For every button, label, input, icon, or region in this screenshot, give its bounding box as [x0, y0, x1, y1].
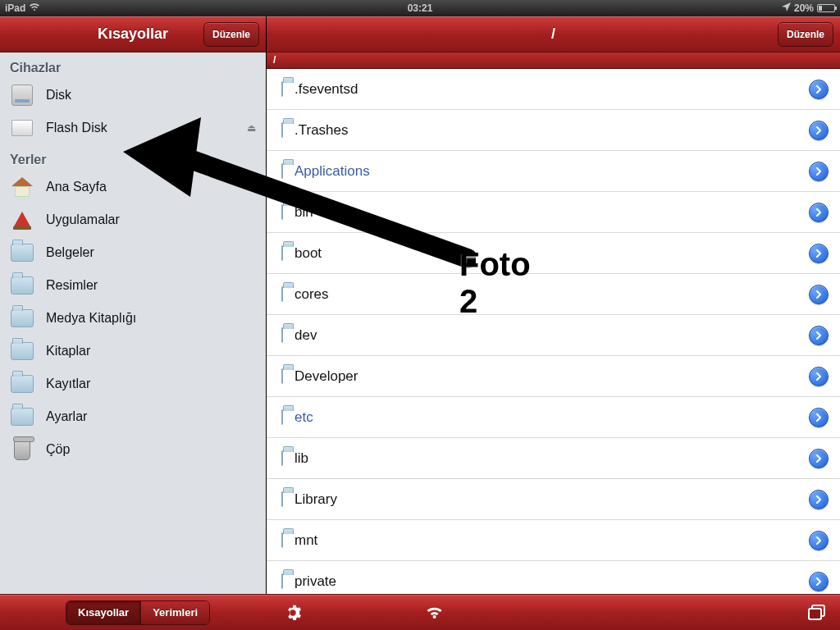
- sidebar-item-pictures[interactable]: Resimler: [0, 269, 266, 302]
- section-places: Yerler: [0, 144, 266, 171]
- file-row[interactable]: cores: [267, 274, 840, 315]
- sidebar-item-media[interactable]: Medya Kitaplığı: [0, 302, 266, 335]
- battery-percent: 20%: [794, 2, 814, 14]
- disclosure-icon[interactable]: [809, 408, 829, 427]
- file-name: Library: [294, 491, 337, 508]
- folder-icon: [281, 574, 283, 589]
- sidebar-item-disk[interactable]: Disk: [0, 79, 266, 112]
- disclosure-icon[interactable]: [809, 572, 829, 591]
- bottom-toolbar: Kısayollar Yerimleri: [0, 594, 840, 630]
- section-devices: Cihazlar: [0, 52, 266, 79]
- sidebar-item-trash[interactable]: Çöp: [0, 433, 266, 466]
- segmented-control: Kısayollar Yerimleri: [66, 600, 210, 625]
- wifi-toolbar-icon[interactable]: [417, 595, 453, 631]
- folder-icon: [281, 328, 283, 343]
- sidebar-item-label: Çöp: [46, 442, 70, 457]
- trash-icon: [10, 437, 34, 462]
- file-row[interactable]: bin: [267, 192, 840, 233]
- sidebar-item-settings[interactable]: Ayarlar: [0, 400, 266, 433]
- disclosure-icon[interactable]: [809, 490, 829, 509]
- hd-icon: [10, 83, 34, 107]
- location-icon: [782, 2, 791, 14]
- sidebar-item-label: Ana Sayfa: [46, 180, 107, 194]
- sidebar-item-label: Kayıtlar: [46, 377, 90, 391]
- main-navbar: / Düzenle: [267, 16, 840, 52]
- main-title: /: [551, 25, 555, 43]
- flash-disk-icon: [10, 116, 34, 140]
- apps-icon: [10, 208, 34, 232]
- folder-icon: [281, 246, 283, 261]
- file-row[interactable]: .Trashes: [267, 110, 840, 151]
- disclosure-icon[interactable]: [809, 162, 829, 181]
- path-bar[interactable]: /: [267, 52, 840, 69]
- file-row[interactable]: lib: [267, 438, 840, 479]
- sidebar: Kısayollar Düzenle Cihazlar Disk Flash D…: [0, 16, 267, 630]
- folder-icon: [10, 306, 34, 331]
- file-name: Applications: [294, 163, 370, 180]
- settings-gear-icon[interactable]: [275, 595, 311, 631]
- file-row[interactable]: Library: [267, 479, 840, 520]
- sidebar-item-label: Ayarlar: [46, 409, 87, 424]
- sidebar-item-recordings[interactable]: Kayıtlar: [0, 368, 266, 400]
- main-pane: / Düzenle / .fseventsd.TrashesApplicatio…: [267, 16, 840, 630]
- file-row[interactable]: Applications: [267, 151, 840, 192]
- disclosure-icon[interactable]: [809, 531, 829, 550]
- folder-icon: [281, 451, 283, 466]
- tab-shortcuts[interactable]: Kısayollar: [66, 601, 140, 624]
- disclosure-icon[interactable]: [809, 285, 829, 304]
- disclosure-icon[interactable]: [809, 367, 829, 386]
- sidebar-item-label: Uygulamalar: [46, 212, 120, 227]
- file-name: boot: [294, 245, 322, 262]
- sidebar-item-books[interactable]: Kitaplar: [0, 335, 266, 368]
- sidebar-edit-button[interactable]: Düzenle: [203, 22, 259, 47]
- file-row[interactable]: etc: [267, 397, 840, 438]
- wifi-icon: [29, 2, 40, 14]
- sidebar-item-label: Belgeler: [46, 245, 94, 260]
- file-name: etc: [294, 409, 313, 426]
- disclosure-icon[interactable]: [809, 449, 829, 468]
- sidebar-item-label: Flash Disk: [46, 121, 107, 135]
- disclosure-icon[interactable]: [809, 326, 829, 345]
- file-name: private: [294, 573, 336, 590]
- battery-icon: [817, 4, 835, 12]
- sidebar-item-home[interactable]: Ana Sayfa: [0, 171, 266, 203]
- clock: 03:21: [0, 2, 840, 14]
- file-name: .Trashes: [294, 122, 349, 139]
- file-name: cores: [294, 286, 329, 303]
- folder-icon: [281, 533, 283, 548]
- folder-icon: [281, 492, 283, 507]
- folder-icon: [10, 273, 34, 298]
- sidebar-item-label: Disk: [46, 88, 71, 103]
- sidebar-title: Kısayollar: [98, 25, 168, 43]
- eject-icon[interactable]: ⏏: [247, 122, 256, 134]
- folder-icon: [281, 123, 283, 138]
- folder-icon: [281, 410, 283, 425]
- disclosure-icon[interactable]: [809, 80, 829, 99]
- windows-icon[interactable]: [799, 595, 835, 631]
- sidebar-navbar: Kısayollar Düzenle: [0, 16, 266, 52]
- sidebar-item-label: Resimler: [46, 278, 98, 293]
- file-row[interactable]: boot: [267, 233, 840, 274]
- file-name: dev: [294, 327, 317, 344]
- main-edit-button[interactable]: Düzenle: [778, 22, 833, 47]
- sidebar-item-apps[interactable]: Uygulamalar: [0, 203, 266, 236]
- disclosure-icon[interactable]: [809, 203, 829, 222]
- tab-bookmarks[interactable]: Yerimleri: [140, 601, 209, 624]
- folder-icon: [10, 339, 34, 363]
- folder-icon: [10, 240, 34, 265]
- file-row[interactable]: dev: [267, 315, 840, 356]
- folder-icon: [10, 404, 34, 429]
- sidebar-item-flash-disk[interactable]: Flash Disk ⏏: [0, 112, 266, 144]
- status-bar: iPad 03:21 20%: [0, 0, 840, 16]
- file-row[interactable]: Developer: [267, 356, 840, 397]
- file-row[interactable]: .fseventsd: [267, 69, 840, 110]
- folder-icon: [10, 372, 34, 396]
- file-name: lib: [294, 450, 308, 467]
- disclosure-icon[interactable]: [809, 121, 829, 140]
- folder-icon: [281, 205, 283, 220]
- file-row[interactable]: mnt: [267, 520, 840, 561]
- disclosure-icon[interactable]: [809, 244, 829, 263]
- sidebar-item-documents[interactable]: Belgeler: [0, 236, 266, 269]
- file-list[interactable]: .fseventsd.TrashesApplicationsbinbootcor…: [267, 69, 840, 630]
- file-name: Developer: [294, 368, 358, 385]
